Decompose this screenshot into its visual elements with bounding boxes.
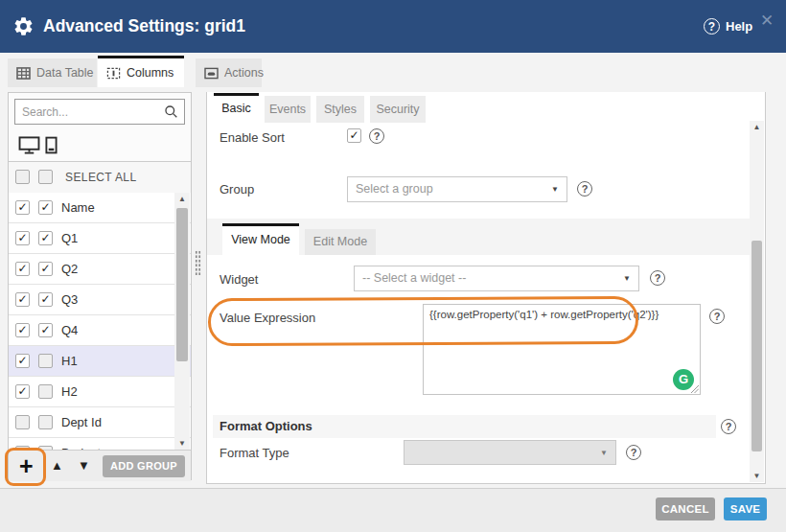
desktop-visibility-checkbox[interactable] [15, 323, 30, 337]
tab-actions[interactable]: Actions [196, 58, 262, 87]
enable-sort-help-icon[interactable]: ? [369, 128, 384, 144]
column-row[interactable]: H2 [9, 377, 191, 407]
scroll-up-arrow-icon[interactable]: ▲ [174, 195, 190, 203]
move-up-button[interactable]: ▲ [51, 451, 63, 481]
value-expression-input[interactable]: {{row.getProperty('q1') + row.getPropert… [423, 304, 701, 395]
select-all-desktop-checkbox[interactable] [15, 170, 30, 184]
column-name: Q1 [61, 231, 78, 245]
cancel-button[interactable]: CANCEL [656, 497, 715, 520]
dialog-footer: CANCEL SAVE [0, 488, 786, 532]
help-icon[interactable]: ? [704, 18, 720, 35]
mobile-visibility-checkbox[interactable] [38, 231, 53, 245]
format-type-help-icon[interactable]: ? [626, 445, 641, 460]
column-settings-panel: Basic Events Styles Security Enable Sort… [206, 92, 766, 484]
mobile-visibility-checkbox[interactable] [38, 200, 53, 215]
tab-styles[interactable]: Styles [316, 96, 364, 123]
column-row[interactable]: Name [9, 193, 191, 223]
move-down-button[interactable]: ▼ [78, 451, 90, 481]
desktop-visibility-checkbox[interactable] [15, 384, 30, 399]
column-name: Dept Id [61, 415, 102, 429]
tab-view-mode[interactable]: View Mode [222, 223, 299, 255]
desktop-icon[interactable] [18, 136, 40, 154]
tab-label: Actions [224, 66, 264, 80]
advanced-settings-dialog: Advanced Settings: grid1 ? Help ✕ Data T… [0, 0, 786, 532]
column-name: Name [61, 200, 95, 215]
widget-help-icon[interactable]: ? [650, 270, 665, 286]
mobile-visibility-checkbox[interactable] [38, 262, 53, 276]
tab-edit-mode[interactable]: Edit Mode [305, 229, 376, 255]
desktop-visibility-checkbox[interactable] [15, 262, 30, 276]
mobile-visibility-checkbox[interactable] [38, 354, 53, 368]
panel-scrollbar[interactable]: ▲ ▼ [750, 121, 764, 482]
select-all-row: SELECT ALL [9, 162, 191, 194]
column-list: Name Q1 Q2 Q3 Q4 H1 H2 Dept Id Budget [9, 193, 191, 450]
desktop-visibility-checkbox[interactable] [15, 292, 30, 307]
columns-sidebar: SELECT ALL Name Q1 Q2 Q3 Q4 H1 H2 Dept I… [8, 92, 192, 480]
mobile-icon[interactable] [45, 136, 58, 154]
scrollbar-thumb[interactable] [176, 208, 188, 361]
column-row[interactable]: Q4 [9, 315, 191, 346]
data-table-icon [16, 67, 31, 80]
tab-events[interactable]: Events [265, 96, 311, 123]
select-all-label: SELECT ALL [65, 162, 137, 193]
dialog-title: Advanced Settings: grid1 [43, 0, 245, 53]
textarea-resize-handle[interactable] [691, 385, 699, 393]
mobile-visibility-checkbox[interactable] [38, 415, 53, 429]
scroll-down-arrow-icon[interactable]: ▼ [174, 439, 190, 448]
search-icon [164, 104, 178, 119]
add-column-button[interactable]: + [19, 451, 34, 480]
column-row[interactable]: Q3 [9, 285, 191, 315]
column-name: H2 [61, 384, 78, 399]
column-row[interactable]: H1 [9, 346, 191, 377]
column-row[interactable]: Budget [9, 438, 191, 450]
column-row[interactable]: Q1 [9, 223, 191, 254]
format-options-help-icon[interactable]: ? [721, 419, 736, 434]
enable-sort-checkbox[interactable] [347, 128, 361, 143]
tab-basic[interactable]: Basic [214, 93, 259, 123]
panel-splitter-handle[interactable] [195, 250, 201, 275]
group-help-icon[interactable]: ? [577, 181, 592, 197]
search-box [14, 99, 185, 125]
group-label: Group [220, 182, 254, 197]
column-name: H1 [61, 354, 78, 368]
chevron-down-icon: ▼ [551, 177, 559, 201]
mobile-visibility-checkbox[interactable] [38, 384, 53, 399]
value-expression-label: Value Expression [220, 311, 315, 325]
scroll-up-arrow-icon[interactable]: ▲ [750, 123, 764, 131]
column-row[interactable]: Q2 [9, 254, 191, 285]
actions-icon [204, 67, 219, 80]
add-group-button[interactable]: ADD GROUP [103, 455, 185, 477]
help-link[interactable]: Help [726, 0, 752, 53]
dialog-header: Advanced Settings: grid1 ? Help ✕ [0, 0, 786, 53]
gear-icon [12, 15, 35, 37]
mobile-visibility-checkbox[interactable] [38, 323, 53, 337]
select-all-mobile-checkbox[interactable] [38, 170, 53, 184]
tab-label: Data Table [36, 66, 94, 80]
desktop-visibility-checkbox[interactable] [15, 415, 30, 429]
value-expression-help-icon[interactable]: ? [709, 309, 725, 324]
columns-toolbar: + ▲ ▼ ADD GROUP [9, 450, 191, 481]
group-dropdown[interactable]: Select a group ▼ [347, 176, 567, 202]
desktop-visibility-checkbox[interactable] [15, 231, 30, 245]
columns-icon [106, 66, 121, 81]
tab-data-table[interactable]: Data Table [8, 58, 97, 87]
scroll-down-arrow-icon[interactable]: ▼ [750, 472, 764, 480]
tab-security[interactable]: Security [370, 96, 426, 123]
column-list-scrollbar[interactable]: ▲ ▼ [174, 193, 190, 450]
close-icon[interactable]: ✕ [760, 12, 774, 29]
widget-dropdown[interactable]: -- Select a widget -- ▼ [354, 266, 639, 291]
search-input[interactable] [15, 100, 166, 124]
desktop-visibility-checkbox[interactable] [15, 354, 30, 368]
column-name: Q2 [61, 262, 78, 276]
scrollbar-thumb[interactable] [751, 241, 762, 451]
widget-label: Widget [220, 272, 258, 287]
column-row[interactable]: Dept Id [9, 407, 191, 438]
tab-columns[interactable]: Columns [98, 56, 184, 87]
save-button[interactable]: SAVE [724, 497, 767, 520]
format-type-label: Format Type [220, 446, 289, 460]
device-visibility-header [9, 130, 191, 162]
column-name: Q4 [61, 323, 78, 337]
mobile-visibility-checkbox[interactable] [38, 292, 53, 307]
desktop-visibility-checkbox[interactable] [15, 200, 30, 215]
format-options-label: Format Options [220, 419, 312, 433]
